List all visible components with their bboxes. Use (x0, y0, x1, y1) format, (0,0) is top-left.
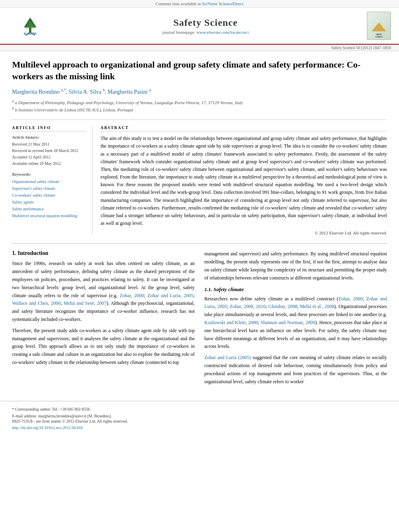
journal-header: ELSEVIER Safety Science journal homepage… (0, 8, 399, 45)
article-history-label: Article history: (12, 135, 86, 140)
article-title: Multilevel approach to organizational an… (12, 59, 387, 82)
ref-kozlowski-klein[interactable]: Kozlowski and Klein, 2000 (204, 320, 258, 325)
article-reference: Safety Science 50 (2012) 1847–1856 (331, 45, 391, 50)
affiliation-a: a a Department of Philosophy, Pedagogy a… (12, 99, 387, 106)
keyword-3[interactable]: Co-workers' safety climate (12, 192, 86, 199)
body-left-column: 1. Introduction Since the 1990s, researc… (12, 250, 195, 389)
safety-climate-paragraph-2: Zohar and Luria (2005) suggested that th… (204, 354, 387, 386)
author-pasini: Margherita Pasini (108, 89, 148, 95)
body-content: 1. Introduction Since the 1990s, researc… (12, 250, 387, 389)
abstract-column: ABSTRACT The aim of this study is to tes… (101, 125, 387, 235)
cover-triangle-icon (372, 23, 386, 31)
history-accepted: Accepted 11 April 2012 (12, 154, 86, 160)
ref-zohar2000[interactable]: Zohar, 2000 (120, 293, 144, 298)
intro-paragraph-1: Since the 1990s, research on safety at w… (12, 260, 195, 323)
cover-label: safetyscience (375, 33, 383, 38)
intro-heading: 1. Introduction (12, 250, 195, 257)
journal-homepage: journal homepage: www.elsevier.com/locat… (52, 30, 359, 35)
intro-paragraph-2: Therefore, the present study adds co-wor… (12, 327, 195, 367)
journal-title: Safety Science (52, 17, 359, 28)
safety-climate-paragraph-1: Researchers now define safety climate as… (204, 295, 387, 351)
ref-zohar2008[interactable]: Zohar, 2008, 2010 (230, 304, 265, 309)
ref-zohar-luria2005-3[interactable]: Zohar and Luria (2005) (204, 355, 251, 360)
sciverse-link[interactable]: SciVerse ScienceDirect (202, 1, 243, 6)
affiliation-b: b b Instituto Universitário de Lisboa (I… (12, 106, 387, 113)
abstract-copyright: © 2012 Elsevier Ltd. All rights reserved… (101, 230, 387, 235)
safety-climate-heading: 1.1. Safety climate (204, 286, 387, 293)
section-divider (12, 243, 387, 244)
doi-line: http://dx.doi.org/10.1016/j.ssci.2012.04… (12, 425, 387, 431)
history-online: Available online 29 May 2012 (12, 160, 86, 167)
journal-cover-block: safetyscience (359, 12, 391, 40)
banner-text: Contents lists available at (156, 1, 201, 6)
keyword-1[interactable]: Organizational safety climate (12, 178, 86, 185)
journal-header-center: Safety Science journal homepage: www.els… (52, 17, 359, 35)
article-info-abstract-section: ARTICLE INFO Article history: Received 2… (12, 119, 387, 235)
elsevier-logo-svg: ELSEVIER (12, 16, 48, 36)
body-right-column: management and supervisor) and safety pe… (204, 250, 387, 389)
keyword-5[interactable]: Safety performance (12, 205, 86, 212)
email-note: E-mail address: margherita.brondino@univ… (12, 414, 387, 418)
ref-shannon-norman[interactable]: Shannon and Norman, 2009 (261, 320, 315, 325)
ref-zohar-luria2005[interactable]: Zohar and Luria, 2005 (147, 293, 193, 298)
keywords-label: Keywords: (12, 172, 86, 177)
author-silvia: Silvia A. Silva (69, 89, 101, 95)
corresponding-note: * Corresponding author. Tel.: +39 045 80… (12, 407, 387, 411)
keywords-block: Keywords: Organizational safety climate … (12, 172, 86, 219)
main-content: Multilevel approach to organizational an… (0, 51, 399, 397)
keyword-6[interactable]: Multilevel structural equation modelling (12, 212, 86, 219)
history-revised: Received in revised form 28 March 2012 (12, 148, 86, 154)
ref-melia2008[interactable]: Meliá et al., 2008 (300, 304, 335, 309)
ref-wallace-chen2006[interactable]: Wallace and Chen, 2006 (12, 300, 60, 306)
elsevier-logo-block: ELSEVIER (8, 16, 52, 36)
homepage-label: journal homepage: (162, 30, 195, 35)
keyword-4[interactable]: Safety agents (12, 199, 86, 205)
author-margherita: Margherita Brondino (12, 89, 60, 95)
ref-zohar2000-2[interactable]: Zohar, 2000 (338, 296, 363, 302)
keyword-2[interactable]: Supervisor's safety climate (12, 185, 86, 192)
author-sup-b: b (103, 88, 105, 92)
history-received: Received 21 May 2011 (12, 141, 86, 148)
journal-cover-thumbnail: safetyscience (367, 12, 391, 40)
ref-melia-sese2007[interactable]: Meliá and Sesè, 2007 (64, 300, 107, 306)
intro-paragraph-3: management and supervisor) and safety pe… (204, 250, 387, 282)
homepage-link[interactable]: www.elsevier.com/locate/ssci (196, 30, 249, 35)
top-banner: Contents lists available at SciVerse Sci… (0, 0, 399, 8)
authors-line: Margherita Brondino a,*, Silvia A. Silva… (12, 88, 387, 95)
doi-link[interactable]: http://dx.doi.org/10.1016/j.ssci.2012.04… (12, 425, 83, 430)
article-info-column: ARTICLE INFO Article history: Received 2… (12, 125, 93, 235)
article-ref-bar: Safety Science 50 (2012) 1847–1856 (0, 45, 399, 51)
ref-glendon2008[interactable]: Glendon, 2008 (268, 304, 297, 309)
affiliations-block: a a Department of Philosophy, Pedagogy a… (12, 99, 387, 113)
page-footer: * Corresponding author. Tel.: +39 045 80… (0, 401, 399, 434)
svg-text:ELSEVIER: ELSEVIER (24, 32, 37, 35)
abstract-label: ABSTRACT (101, 125, 387, 131)
author-sup-a: a,* (61, 88, 66, 92)
issn-note: 0925-7535/$ - see front matter © 2012 El… (12, 418, 387, 425)
author-sup-a2: a (149, 88, 151, 92)
abstract-text: The aim of this study is to test a model… (101, 135, 387, 227)
article-info-label: ARTICLE INFO (12, 125, 86, 131)
